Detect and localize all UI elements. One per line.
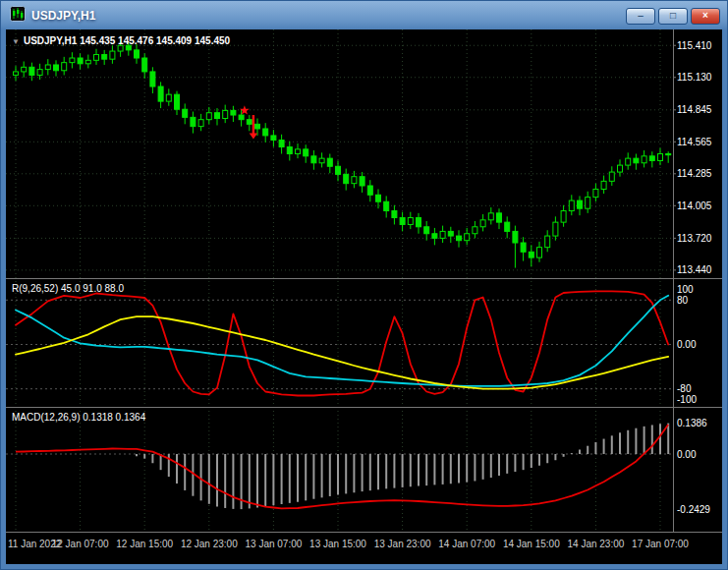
svg-text:114.285: 114.285 [677,168,712,179]
maximize-button[interactable]: □ [658,8,688,25]
panel-separators [6,29,722,533]
svg-text:115.130: 115.130 [677,72,712,83]
svg-text:-0.2429: -0.2429 [677,504,710,515]
window-controls: – □ × [626,8,720,25]
svg-text:114.845: 114.845 [677,104,712,115]
chart-client-area[interactable]: 115.410115.130114.845114.565114.285114.0… [6,29,722,564]
svg-text:0.00: 0.00 [677,339,697,350]
window-title: USDJPY,H1 [31,9,95,23]
svg-text:113.440: 113.440 [677,264,712,275]
svg-text:14 Jan 15:00: 14 Jan 15:00 [503,539,560,549]
svg-text:80: 80 [677,295,689,306]
svg-text:100: 100 [677,284,694,295]
svg-text:12 Jan 15:00: 12 Jan 15:00 [116,539,173,549]
grid [6,29,673,533]
chart-canvas[interactable]: 115.410115.130114.845114.565114.285114.0… [6,29,722,564]
close-button[interactable]: × [691,8,720,25]
chart-app-icon-svg [10,6,26,22]
svg-text:14 Jan 23:00: 14 Jan 23:00 [567,539,624,549]
symbol-info: ▼USDJPY,H1 145.435 145.476 145.409 145.4… [12,35,230,46]
chart-app-icon [10,6,26,26]
svg-text:0.00: 0.00 [677,449,697,460]
svg-text:12 Jan 07:00: 12 Jan 07:00 [52,539,109,549]
svg-text:115.410: 115.410 [677,40,712,51]
svg-text:14 Jan 07:00: 14 Jan 07:00 [438,539,495,549]
svg-text:13 Jan 23:00: 13 Jan 23:00 [374,539,431,549]
svg-text:113.720: 113.720 [677,233,712,244]
macd-label: MACD(12,26,9) 0.1318 0.1364 [12,412,145,423]
svg-text:114.005: 114.005 [677,200,712,211]
symbol-ohlc-text: USDJPY,H1 145.435 145.476 145.409 145.45… [24,35,230,46]
svg-text:114.565: 114.565 [677,137,712,147]
svg-text:12 Jan 23:00: 12 Jan 23:00 [181,539,238,549]
titlebar[interactable]: USDJPY,H1 – □ × [6,0,722,29]
svg-text:-100: -100 [677,394,697,405]
svg-text:0.1386: 0.1386 [677,418,707,428]
chevron-down-icon[interactable]: ▼ [12,37,20,46]
minimize-button[interactable]: – [626,8,655,25]
svg-text:13 Jan 15:00: 13 Jan 15:00 [309,539,366,549]
svg-text:13 Jan 07:00: 13 Jan 07:00 [245,539,302,549]
oscillator-label: R(9,26,52) 45.0 91.0 88.0 [12,283,124,294]
svg-text:17 Jan 07:00: 17 Jan 07:00 [632,539,689,549]
chart-window: USDJPY,H1 – □ × 115.410115.130114.845114… [0,0,728,570]
svg-text:-80: -80 [677,383,692,394]
